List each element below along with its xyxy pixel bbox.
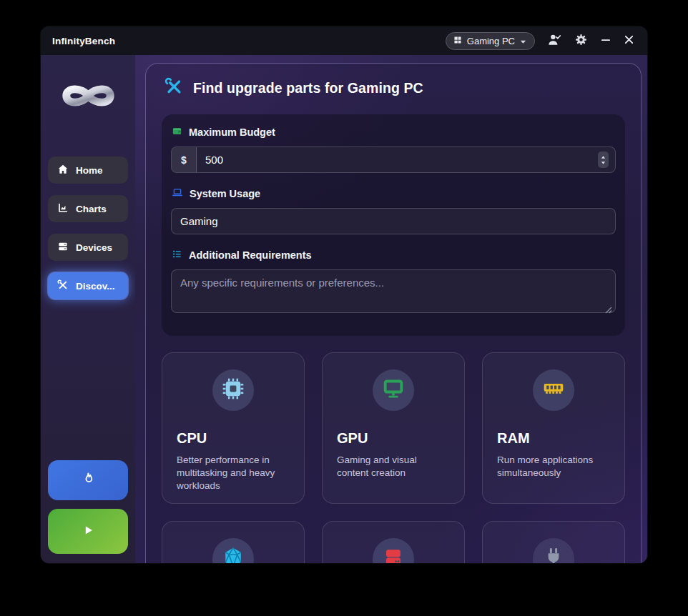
- sidebar-item-devices[interactable]: Devices: [48, 234, 128, 261]
- tools-icon: [164, 77, 184, 99]
- page-heading: Find upgrade parts for Gaming PC: [164, 77, 625, 99]
- currency-prefix: $: [172, 147, 197, 172]
- sidebar-item-label: Home: [76, 165, 103, 176]
- minimize-button[interactable]: [600, 34, 611, 48]
- gem-icon: [221, 545, 245, 563]
- requirements-label: Additional Requirements: [172, 249, 616, 262]
- close-button[interactable]: [624, 34, 634, 47]
- play-icon: [80, 522, 96, 540]
- upgrade-cards-grid: CPU Better performance in multitasking a…: [162, 352, 625, 563]
- usage-input[interactable]: [171, 208, 616, 234]
- minimize-icon: [600, 34, 611, 48]
- budget-label: Maximum Budget: [172, 126, 616, 139]
- chart-icon: [57, 202, 69, 216]
- card-title: GPU: [337, 430, 450, 447]
- ram-stick-icon: [541, 377, 566, 404]
- list-icon: [172, 249, 182, 262]
- sidebar-item-label: Devices: [76, 242, 112, 253]
- device-selector-label: Gaming PC: [467, 36, 515, 46]
- card-gpu[interactable]: GPU Gaming and visual content creation: [322, 352, 465, 504]
- power-plug-icon: [541, 545, 566, 563]
- person-check-icon: [547, 33, 562, 49]
- app-window: InfinityBench Gaming PC: [41, 26, 647, 563]
- upgrade-form: Maximum Budget $ System Usage: [162, 114, 625, 336]
- card-psu[interactable]: [482, 521, 625, 563]
- tools-icon: [57, 279, 69, 293]
- sidebar-item-charts[interactable]: Charts: [48, 195, 128, 222]
- number-stepper[interactable]: [598, 151, 609, 168]
- card-description: Better performance in multitasking and h…: [177, 454, 290, 492]
- laptop-icon: [172, 187, 183, 200]
- resize-handle[interactable]: [605, 304, 612, 311]
- sidebar: Home Charts Devices: [41, 55, 135, 563]
- gear-icon: [574, 33, 588, 49]
- card-ram[interactable]: RAM Run more applications simultaneously: [482, 352, 625, 504]
- sidebar-item-label: Charts: [76, 204, 107, 214]
- sidebar-actions: [48, 460, 128, 554]
- home-icon: [57, 164, 69, 177]
- page-title: Find upgrade parts for Gaming PC: [193, 80, 423, 96]
- card-cooler[interactable]: [162, 521, 305, 563]
- sidebar-nav: Home Charts Devices: [48, 157, 128, 299]
- card-description: Run more applications simultaneously: [497, 454, 610, 480]
- budget-input-group: $: [171, 146, 616, 173]
- device-selector-dropdown[interactable]: Gaming PC: [446, 32, 535, 50]
- budget-input[interactable]: [197, 154, 598, 166]
- infinity-logo: [54, 74, 123, 121]
- flame-icon: [80, 471, 96, 490]
- gpu-monitor-icon: [381, 377, 406, 404]
- card-description: Gaming and visual content creation: [337, 454, 450, 480]
- close-icon: [624, 34, 634, 47]
- storage-drive-icon: [381, 545, 406, 563]
- benchmark-button[interactable]: [48, 460, 128, 500]
- app-title: InfinityBench: [52, 36, 115, 46]
- user-account-button[interactable]: [547, 33, 562, 49]
- sidebar-item-home[interactable]: Home: [48, 157, 128, 184]
- usage-label: System Usage: [172, 187, 616, 200]
- main-content: Find upgrade parts for Gaming PC Maximum…: [135, 55, 647, 563]
- requirements-textarea[interactable]: [171, 269, 616, 313]
- card-storage[interactable]: [322, 521, 465, 563]
- settings-button[interactable]: [574, 33, 588, 49]
- chevron-down-icon: [520, 36, 526, 46]
- card-cpu[interactable]: CPU Better performance in multitasking a…: [162, 352, 305, 504]
- discover-panel: Find upgrade parts for Gaming PC Maximum…: [145, 63, 642, 563]
- devices-icon: [57, 241, 69, 254]
- cpu-chip-icon: [221, 377, 245, 404]
- sidebar-item-discover[interactable]: Discov...: [48, 272, 128, 299]
- windows-grid-icon: [453, 36, 462, 46]
- run-button[interactable]: [48, 509, 128, 554]
- wallet-icon: [172, 126, 182, 139]
- card-title: CPU: [177, 430, 290, 447]
- sidebar-item-label: Discov...: [76, 281, 115, 292]
- card-title: RAM: [497, 430, 610, 447]
- titlebar: InfinityBench Gaming PC: [41, 26, 647, 55]
